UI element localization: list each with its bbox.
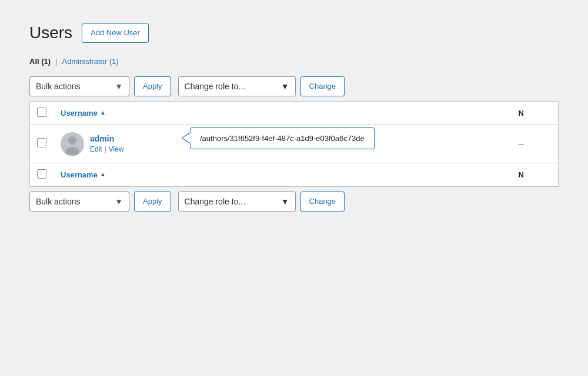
edit-link[interactable]: Edit [90, 145, 102, 153]
user-checkbox-cell [30, 125, 54, 163]
username-sort-link[interactable]: Username ▲ [61, 109, 505, 118]
top-toolbar: Bulk actions ▼ Apply Change role to... ▼… [29, 76, 559, 96]
change-role-chevron-top: ▼ [281, 82, 289, 91]
select-all-footer-header [30, 163, 54, 186]
avatar [61, 132, 84, 156]
select-all-footer-checkbox[interactable] [37, 169, 46, 179]
filter-all[interactable]: All (1) [29, 57, 51, 66]
apply-button-bottom[interactable]: Apply [134, 192, 171, 212]
change-role-select-bottom[interactable]: Change role to... ▼ [178, 192, 296, 212]
select-all-header [30, 101, 54, 125]
username-footer-header: Username ▲ [54, 163, 512, 186]
bulk-actions-chevron-top: ▼ [115, 82, 123, 91]
filter-administrator[interactable]: Administrator (1) [62, 57, 119, 66]
name-header: N [512, 101, 559, 125]
bottom-toolbar: Bulk actions ▼ Apply Change role to... ▼… [29, 192, 559, 212]
page-header: Users Add New User [29, 24, 559, 43]
change-button-bottom[interactable]: Change [300, 192, 345, 212]
bulk-actions-select-top[interactable]: Bulk actions ▼ [29, 76, 129, 96]
user-cell: admin Edit | View /authors/31f652f9-f4ef… [54, 125, 512, 163]
page-title: Users [29, 24, 72, 42]
user-info: admin Edit | View [90, 134, 124, 153]
table-row: admin Edit | View /authors/31f652f9-f4ef… [30, 125, 559, 163]
username-footer-sort-icon: ▲ [100, 172, 106, 177]
table-footer-header-row: Username ▲ N [30, 163, 559, 186]
select-all-checkbox[interactable] [37, 108, 46, 117]
filter-links: All (1) | Administrator (1) [29, 57, 559, 66]
bulk-actions-select-bottom[interactable]: Bulk actions ▼ [29, 192, 129, 212]
name-footer-header: N [512, 163, 559, 186]
view-link[interactable]: View [109, 145, 124, 153]
apply-button-top[interactable]: Apply [134, 76, 171, 96]
user-cell-inner: admin Edit | View /authors/31f652f9-f4ef… [61, 132, 505, 156]
username-header: Username ▲ [54, 101, 512, 125]
bulk-actions-chevron-bottom: ▼ [115, 197, 123, 206]
add-new-user-button[interactable]: Add New User [82, 24, 149, 43]
table-header-row: Username ▲ N [30, 101, 559, 125]
username-link[interactable]: admin [90, 134, 124, 143]
name-cell: – [512, 125, 559, 163]
users-table: Username ▲ N [29, 101, 559, 187]
tooltip-arrow [181, 132, 191, 144]
avatar-icon [61, 132, 84, 156]
change-role-chevron-bottom: ▼ [281, 197, 289, 206]
svg-point-1 [68, 136, 76, 145]
user-actions: Edit | View [90, 145, 124, 153]
user-tooltip: /authors/31f652f9-f4ef-487c-a1d9-e03f0a6… [190, 127, 375, 149]
username-footer-sort-link[interactable]: Username ▲ [61, 170, 505, 179]
username-sort-icon: ▲ [100, 110, 106, 116]
user-checkbox[interactable] [37, 138, 46, 147]
change-role-select-top[interactable]: Change role to... ▼ [178, 76, 296, 96]
tooltip-text: /authors/31f652f9-f4ef-487c-a1d9-e03f0a6… [200, 134, 365, 143]
change-button-top[interactable]: Change [300, 76, 345, 96]
